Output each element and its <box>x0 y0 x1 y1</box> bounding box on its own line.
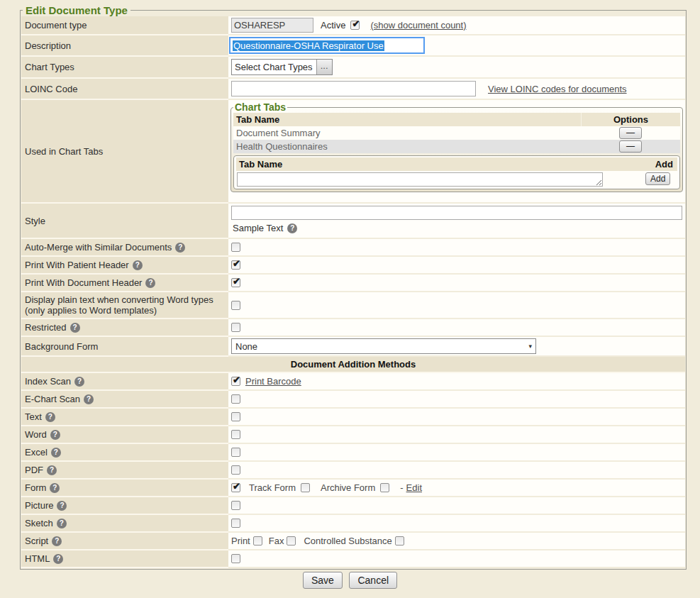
row-print-document-header: Print With Document Header ? <box>21 275 685 292</box>
remove-tab-button[interactable]: — <box>619 140 642 153</box>
row-pdf: PDF ? <box>21 462 685 480</box>
row-loinc-code: LOINC Code View LOINC codes for document… <box>21 79 685 100</box>
row-print-patient-header: Print With Patient Header ? <box>21 257 685 275</box>
col-options: Options <box>581 113 680 126</box>
row-picture: Picture ? <box>21 497 685 515</box>
field-label: HTML <box>25 553 50 564</box>
add-tab-button[interactable]: Add <box>645 172 670 185</box>
new-tab-name-input[interactable] <box>237 172 603 187</box>
field-label: Form <box>25 482 46 493</box>
active-label: Active <box>321 20 345 31</box>
script-print-label: Print <box>231 536 250 546</box>
chart-tabs-fieldset: Chart Tabs Tab Name Options Document Sum… <box>230 101 683 192</box>
field-label: Description <box>25 40 71 51</box>
picture-checkbox[interactable] <box>231 501 240 510</box>
help-icon[interactable]: ? <box>133 260 143 270</box>
help-icon[interactable]: ? <box>52 536 62 546</box>
description-input[interactable]: Questionnaire-OSHA Respirator Use <box>229 37 425 54</box>
help-icon[interactable]: ? <box>287 223 297 233</box>
field-label: Sketch <box>25 518 53 528</box>
script-fax-label: Fax <box>269 536 284 546</box>
help-icon[interactable]: ? <box>51 448 61 458</box>
help-icon[interactable]: ? <box>175 243 185 253</box>
field-label: Excel <box>25 447 48 458</box>
html-checkbox[interactable] <box>231 554 240 563</box>
row-style: Style Sample Text ? <box>21 204 685 239</box>
dropdown-arrow-icon: ▾ <box>528 343 532 350</box>
field-label: E-Chart Scan <box>25 394 80 404</box>
select-chart-types-button[interactable]: Select Chart Types ... <box>231 59 333 75</box>
document-type-input: OSHARESP <box>231 18 313 33</box>
background-form-select[interactable]: None ▾ <box>231 338 536 354</box>
style-input[interactable] <box>231 206 682 220</box>
field-label: Word <box>25 429 47 440</box>
tab-name: Health Questionnaires <box>233 140 581 153</box>
help-icon[interactable]: ? <box>57 501 67 511</box>
script-fax-checkbox[interactable] <box>287 536 296 546</box>
sketch-checkbox[interactable] <box>231 519 240 528</box>
show-document-count-link[interactable]: (show document count) <box>370 20 466 31</box>
loinc-code-input[interactable] <box>231 81 476 96</box>
field-label: Document type <box>25 20 87 31</box>
row-echart-scan: E-Chart Scan ? <box>21 391 685 409</box>
field-label: Restricted <box>25 322 67 333</box>
row-index-scan: Index Scan ? Print Barcode <box>21 373 685 391</box>
row-used-in-chart-tabs: Used in Chart Tabs Chart Tabs Tab Name O… <box>21 100 685 204</box>
echart-scan-checkbox[interactable] <box>231 394 240 404</box>
row-restricted: Restricted ? <box>21 319 685 337</box>
view-loinc-codes-link[interactable]: View LOINC codes for documents <box>488 84 627 94</box>
track-form-label: Track Form <box>249 482 296 493</box>
selected-text: Questionnaire-OSHA Respirator Use <box>233 40 384 51</box>
chart-tab-row: Health Questionnaires — <box>233 140 680 153</box>
sample-text: Sample Text <box>233 223 283 233</box>
text-checkbox[interactable] <box>231 412 240 421</box>
help-icon[interactable]: ? <box>50 483 60 493</box>
save-button[interactable]: Save <box>303 572 343 589</box>
add-col-add: Add <box>646 157 677 171</box>
script-controlled-substance-checkbox[interactable] <box>395 536 404 546</box>
row-form: Form ? Track Form Archive Form - Edit <box>21 480 685 497</box>
form-title: Edit Document Type <box>23 4 130 16</box>
help-icon[interactable]: ? <box>50 430 60 440</box>
cancel-button[interactable]: Cancel <box>349 572 397 589</box>
excel-checkbox[interactable] <box>231 448 240 457</box>
print-document-header-checkbox[interactable] <box>231 278 240 287</box>
script-controlled-substance-label: Controlled Substance <box>304 536 391 546</box>
archive-form-checkbox[interactable] <box>380 483 389 492</box>
display-plain-text-checkbox[interactable] <box>231 301 240 310</box>
active-checkbox[interactable] <box>350 21 360 30</box>
script-print-checkbox[interactable] <box>253 536 262 546</box>
index-scan-checkbox[interactable] <box>231 377 240 386</box>
archive-form-label: Archive Form <box>321 482 375 493</box>
form-checkbox[interactable] <box>231 483 240 492</box>
row-script: Script ? Print Fax Controlled Substance <box>21 533 685 550</box>
field-label: Background Form <box>25 341 98 352</box>
help-icon[interactable]: ? <box>84 394 94 404</box>
print-patient-header-checkbox[interactable] <box>231 260 240 270</box>
field-label: Used in Chart Tabs <box>25 146 103 157</box>
add-tab-header: Tab Name Add <box>236 157 677 171</box>
track-form-checkbox[interactable] <box>301 483 310 492</box>
print-barcode-link[interactable]: Print Barcode <box>245 376 301 387</box>
ellipsis-button[interactable]: ... <box>316 60 332 74</box>
restricted-checkbox[interactable] <box>231 323 240 332</box>
auto-merge-checkbox[interactable] <box>231 243 240 252</box>
field-label: Text <box>25 411 42 422</box>
word-checkbox[interactable] <box>231 430 240 439</box>
row-background-form: Background Form None ▾ <box>21 337 685 357</box>
field-label: Style <box>25 216 45 226</box>
row-description: Description Questionnaire-OSHA Respirato… <box>21 35 685 57</box>
row-sketch: Sketch ? <box>21 515 685 533</box>
edit-form-link[interactable]: Edit <box>406 482 422 493</box>
field-label: Print With Document Header <box>25 277 142 288</box>
help-icon[interactable]: ? <box>70 323 80 333</box>
help-icon[interactable]: ? <box>145 278 155 288</box>
help-icon[interactable]: ? <box>45 412 55 422</box>
remove-tab-button[interactable]: — <box>619 127 642 139</box>
help-icon[interactable]: ? <box>47 465 57 475</box>
help-icon[interactable]: ? <box>57 519 67 528</box>
field-label: Display plain text when converting Word … <box>25 294 226 316</box>
help-icon[interactable]: ? <box>53 554 63 564</box>
pdf-checkbox[interactable] <box>231 465 240 475</box>
help-icon[interactable]: ? <box>74 377 84 387</box>
